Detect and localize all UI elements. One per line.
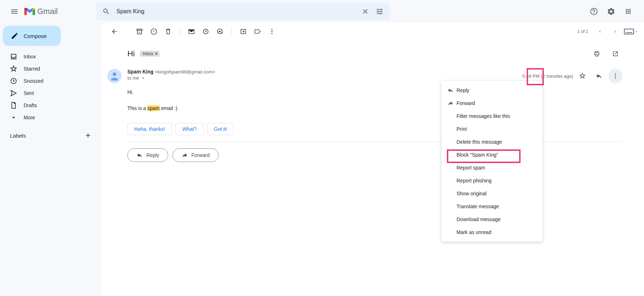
body: Compose Inbox Starred Snoozed Sent Draft… bbox=[0, 23, 644, 296]
delete-button[interactable] bbox=[161, 24, 175, 39]
add-label-button[interactable] bbox=[83, 130, 93, 140]
smart-reply-2[interactable]: What? bbox=[175, 123, 203, 135]
svg-point-6 bbox=[271, 31, 272, 32]
menu-filter[interactable]: Filter messages like this bbox=[441, 110, 542, 123]
label-icon bbox=[254, 28, 261, 35]
smart-reply-1[interactable]: Haha, thanks! bbox=[127, 123, 172, 135]
nav-inbox[interactable]: Inbox bbox=[1, 51, 99, 62]
search-input[interactable] bbox=[113, 8, 358, 15]
menu-delete[interactable]: Delete this message bbox=[441, 135, 542, 148]
sender-avatar[interactable] bbox=[107, 69, 122, 83]
help-icon bbox=[590, 7, 598, 16]
forward-button[interactable]: Forward bbox=[172, 148, 219, 162]
plus-icon bbox=[84, 132, 92, 139]
next-page-button[interactable] bbox=[608, 24, 623, 39]
svg-point-5 bbox=[271, 29, 272, 30]
clear-search-button[interactable] bbox=[358, 4, 372, 19]
support-button[interactable] bbox=[587, 4, 601, 19]
mail-icon bbox=[188, 28, 195, 35]
svg-point-9 bbox=[615, 73, 616, 75]
close-icon bbox=[361, 8, 369, 15]
message-more-menu: Reply Forward Filter messages like this … bbox=[441, 81, 542, 242]
recipient-line[interactable]: to me bbox=[127, 75, 522, 81]
report-spam-button[interactable] bbox=[147, 24, 161, 39]
keyboard-icon bbox=[624, 29, 634, 34]
menu-download[interactable]: Download message bbox=[441, 213, 542, 226]
search-icon bbox=[102, 8, 110, 15]
archive-button[interactable] bbox=[132, 24, 147, 39]
message-content: Hi. This is a spam email :) bbox=[127, 83, 623, 112]
labels-heading: Labels bbox=[10, 133, 26, 139]
more-vert-icon bbox=[612, 72, 619, 80]
menu-mark-unread[interactable]: Mark as unread bbox=[441, 226, 542, 239]
prev-page-button[interactable] bbox=[592, 24, 607, 39]
subject-text: Hi bbox=[127, 49, 135, 58]
gmail-m-icon bbox=[24, 7, 35, 16]
message-body: Spam King <kingofspam99@gmail.com> to me… bbox=[127, 69, 623, 112]
apps-button[interactable] bbox=[621, 4, 635, 19]
menu-block[interactable]: Block "Spam King" bbox=[441, 148, 542, 161]
tune-icon bbox=[376, 8, 384, 15]
menu-reply[interactable]: Reply bbox=[441, 84, 542, 97]
archive-icon bbox=[136, 28, 143, 35]
reply-button[interactable]: Reply bbox=[127, 148, 168, 162]
reply-row: Reply Forward bbox=[127, 148, 644, 162]
nav-snoozed[interactable]: Snoozed bbox=[1, 75, 99, 87]
nav-starred[interactable]: Starred bbox=[1, 63, 99, 75]
search-button[interactable] bbox=[99, 4, 113, 19]
message-more-button[interactable] bbox=[608, 69, 623, 83]
nav-drafts[interactable]: Drafts bbox=[1, 100, 99, 111]
label-chip[interactable]: Inbox ✕ bbox=[140, 51, 160, 57]
star-message-button[interactable] bbox=[575, 69, 590, 83]
nav-more[interactable]: More bbox=[1, 112, 99, 123]
content-line: Hi. bbox=[127, 88, 623, 96]
subject-actions bbox=[590, 47, 623, 61]
reply-icon bbox=[447, 87, 454, 94]
dropdown-caret-icon bbox=[141, 76, 146, 81]
add-task-button[interactable] bbox=[213, 24, 227, 39]
main-menu-button[interactable] bbox=[6, 3, 23, 20]
menu-forward[interactable]: Forward bbox=[441, 97, 542, 110]
input-tools-button[interactable] bbox=[624, 24, 638, 39]
print-button[interactable] bbox=[590, 47, 604, 61]
gmail-logo[interactable]: Gmail bbox=[24, 7, 58, 16]
more-actions-button[interactable] bbox=[265, 24, 279, 39]
mark-unread-button[interactable] bbox=[184, 24, 199, 39]
clock-icon bbox=[202, 28, 209, 35]
forward-icon bbox=[447, 100, 454, 106]
menu-report-spam[interactable]: Report spam bbox=[441, 161, 542, 174]
chevron-left-icon bbox=[596, 28, 603, 35]
snooze-button[interactable] bbox=[199, 24, 213, 39]
labels-button[interactable] bbox=[250, 24, 265, 39]
search-options-button[interactable] bbox=[372, 4, 387, 19]
reply-icon-button[interactable] bbox=[592, 69, 606, 83]
header-right bbox=[587, 4, 638, 19]
send-icon bbox=[10, 90, 17, 97]
hamburger-icon bbox=[10, 7, 19, 16]
sender-name: Spam King bbox=[127, 69, 153, 75]
message: Spam King <kingofspam99@gmail.com> to me… bbox=[102, 64, 644, 112]
move-folder-icon bbox=[240, 28, 247, 35]
message-header: Spam King <kingofspam99@gmail.com> to me… bbox=[127, 69, 623, 83]
compose-button[interactable]: Compose bbox=[3, 26, 61, 46]
svg-point-8 bbox=[113, 72, 116, 76]
back-button[interactable] bbox=[107, 24, 122, 39]
move-to-button[interactable] bbox=[236, 24, 250, 39]
sidebar: Compose Inbox Starred Snoozed Sent Draft… bbox=[0, 23, 102, 296]
nav-sent[interactable]: Sent bbox=[1, 87, 99, 99]
menu-translate[interactable]: Translate message bbox=[441, 200, 542, 213]
highlighted-word: spam bbox=[147, 105, 160, 111]
smart-reply-3[interactable]: Got it! bbox=[207, 123, 234, 135]
open-new-window-button[interactable] bbox=[608, 47, 623, 61]
arrow-back-icon bbox=[111, 28, 118, 35]
menu-show-original[interactable]: Show original bbox=[441, 187, 542, 200]
menu-report-phishing[interactable]: Report phishing bbox=[441, 174, 542, 187]
app-name: Gmail bbox=[37, 7, 58, 16]
remove-label-button[interactable]: ✕ bbox=[155, 51, 158, 56]
settings-button[interactable] bbox=[604, 4, 618, 19]
star-icon bbox=[579, 72, 586, 80]
reply-icon bbox=[595, 72, 602, 80]
more-vert-icon bbox=[268, 28, 275, 35]
menu-print[interactable]: Print bbox=[441, 123, 542, 135]
chevron-right-icon bbox=[612, 28, 619, 35]
